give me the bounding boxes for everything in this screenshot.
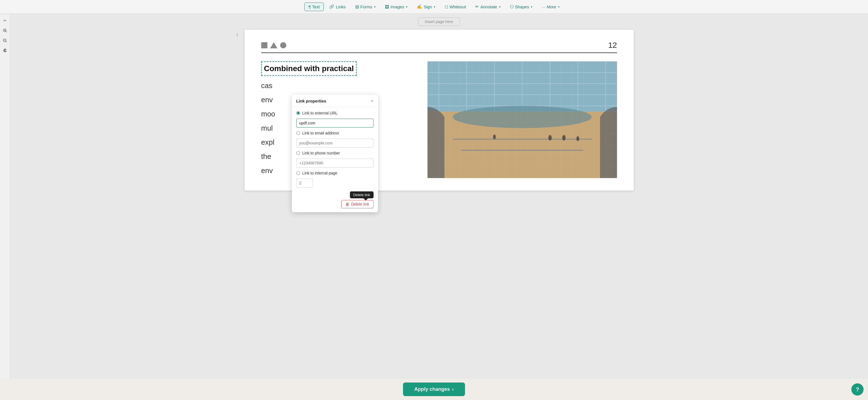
toolbar-label-sign: Sign	[424, 4, 432, 9]
svg-line-6	[6, 41, 7, 42]
atrium-overlay	[428, 61, 617, 178]
trash-icon: 🗑	[345, 202, 349, 206]
toolbar-label-shapes: Shapes	[515, 4, 529, 9]
pdf-page: 1 12 Combined with practical case studie…	[245, 30, 634, 191]
page-header: 12	[261, 41, 617, 53]
sign-dropdown-arrow: ▾	[434, 5, 435, 8]
help-icon: ?	[856, 387, 859, 393]
header-shape-triangle	[270, 42, 277, 48]
toolbar-btn-annotate[interactable]: ✏ Annotate ▾	[471, 2, 504, 11]
header-shapes	[261, 42, 286, 48]
images-dropdown-arrow: ▾	[406, 5, 407, 8]
more-dropdown-arrow: ▾	[558, 5, 559, 8]
delete-link-label: Delete link	[351, 202, 369, 206]
toolbar-label-text: Text	[312, 4, 320, 9]
annotate-icon: ✏	[475, 4, 479, 9]
delete-link-area: Delete link 🗑 Delete link	[292, 191, 378, 212]
sidebar-tool-reset[interactable]	[1, 47, 9, 55]
radio-item-external[interactable]: Link to external URL	[296, 111, 374, 115]
body-line-1: case studies	[261, 80, 419, 91]
link-properties-dialog: Link properties × Link to external URL	[292, 95, 378, 212]
toolbar-label-forms: Forms	[361, 4, 372, 9]
toolbar-btn-forms[interactable]: ▤ Forms ▾	[351, 2, 380, 11]
radio-label-external: Link to external URL	[302, 111, 338, 115]
delete-link-button[interactable]: 🗑 Delete link	[341, 200, 373, 208]
radio-internal[interactable]	[296, 171, 300, 175]
image-column	[428, 61, 617, 179]
dialog-header: Link properties ×	[292, 95, 378, 107]
toolbar-label-annotate: Annotate	[480, 4, 497, 9]
header-shape-square	[261, 42, 268, 48]
left-sidebar: ✂	[0, 14, 10, 400]
toolbar-btn-images[interactable]: 🖼 Images ▾	[381, 2, 412, 11]
radio-item-email[interactable]: Link to email address	[296, 131, 374, 135]
toolbar: ¶ Text 🔗 Links ▤ Forms ▾ 🖼 Images ▾ ✍ Si…	[0, 0, 868, 13]
forms-dropdown-arrow: ▾	[374, 5, 375, 8]
page-indicator: 1	[236, 33, 239, 37]
annotate-dropdown-arrow: ▾	[499, 5, 501, 8]
sidebar-tool-cut[interactable]: ✂	[1, 17, 9, 25]
delete-link-tooltip-bubble: Delete link	[350, 191, 374, 198]
url-input[interactable]	[296, 119, 374, 128]
svg-line-3	[6, 31, 7, 32]
radio-phone[interactable]	[296, 151, 300, 155]
toolbar-btn-sign[interactable]: ✍ Sign ▾	[413, 2, 439, 11]
radio-email[interactable]	[296, 131, 300, 135]
header-shape-circle	[280, 42, 286, 48]
toolbar-btn-more[interactable]: ··· More ▾	[537, 2, 564, 11]
shapes-icon: ⬡	[510, 4, 514, 9]
radio-item-phone[interactable]: Link to phone number	[296, 151, 374, 155]
radio-label-internal: Link to internal page	[302, 171, 337, 175]
toolbar-btn-text[interactable]: ¶ Text	[304, 2, 324, 11]
toolbar-label-links: Links	[336, 4, 345, 9]
dialog-close-button[interactable]: ×	[371, 99, 373, 103]
toolbar-label-more: More	[547, 4, 556, 9]
apply-bar: Apply changes ›	[0, 378, 868, 400]
dialog-title: Link properties	[296, 99, 326, 103]
apply-changes-label: Apply changes	[414, 387, 450, 392]
phone-input[interactable]	[296, 159, 374, 167]
sidebar-tool-zoom-in[interactable]	[1, 27, 9, 34]
text-column: Combined with practical case studies env…	[261, 61, 419, 179]
apply-changes-button[interactable]: Apply changes ›	[403, 382, 465, 396]
page-number: 12	[608, 41, 617, 50]
insert-page-banner: Insert page here	[10, 13, 868, 30]
main-content-area: 1 12 Combined with practical case studie…	[10, 30, 868, 202]
pdf-image	[428, 61, 617, 178]
sign-icon: ✍	[417, 4, 422, 9]
radio-label-email: Link to email address	[302, 131, 339, 135]
forms-icon: ▤	[355, 4, 359, 9]
links-icon: 🔗	[329, 4, 334, 9]
toolbar-label-images: Images	[391, 4, 404, 9]
email-input[interactable]	[296, 139, 374, 147]
insert-page-button[interactable]: Insert page here	[418, 18, 460, 26]
toolbar-btn-shapes[interactable]: ⬡ Shapes ▾	[506, 2, 537, 11]
sidebar-tool-zoom-out[interactable]	[1, 37, 9, 44]
radio-item-internal[interactable]: Link to internal page	[296, 171, 374, 175]
content-area: Combined with practical case studies env…	[261, 61, 617, 179]
images-icon: 🖼	[385, 4, 389, 9]
more-icon: ···	[542, 4, 545, 9]
radio-label-phone: Link to phone number	[302, 151, 340, 155]
selected-text-block[interactable]: Combined with practical	[261, 61, 357, 76]
text-icon: ¶	[309, 4, 311, 9]
toolbar-btn-whiteout[interactable]: ◻ Whiteout	[440, 2, 470, 11]
toolbar-btn-links[interactable]: 🔗 Links	[325, 2, 350, 11]
page-input[interactable]	[296, 178, 313, 188]
toolbar-label-whiteout: Whiteout	[450, 4, 466, 9]
help-button[interactable]: ?	[851, 383, 864, 396]
heading-text: Combined with practical	[264, 64, 354, 73]
radio-external[interactable]	[296, 111, 300, 115]
shapes-dropdown-arrow: ▾	[531, 5, 532, 8]
dialog-body: Link to external URL Link to email addre…	[292, 107, 378, 191]
apply-arrow-icon: ›	[452, 387, 454, 392]
whiteout-icon: ◻	[445, 4, 448, 9]
